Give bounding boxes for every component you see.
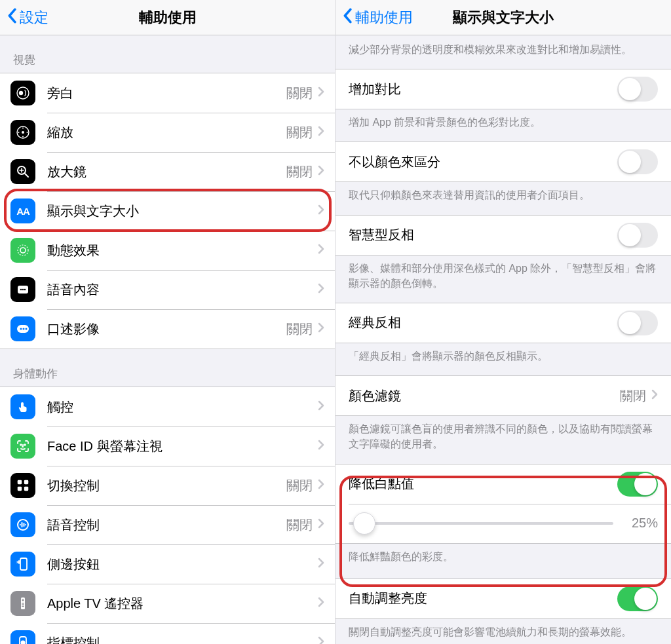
row-reduce-white-point[interactable]: 降低白點值: [336, 464, 671, 504]
nav-bar-left: 設定 輔助使用: [0, 0, 335, 35]
row-auto-brightness[interactable]: 自動調整亮度: [336, 579, 671, 618]
row-label: 經典反相: [349, 314, 617, 331]
svg-point-1: [19, 91, 23, 95]
reduce-white-point-slider-row: 25%: [336, 504, 671, 543]
svg-rect-31: [22, 606, 24, 607]
reduce-white-point-slider[interactable]: [349, 522, 613, 525]
right-scroll[interactable]: 減少部分背景的透明度和模糊效果來改進對比和增加易讀性。 增加對比 增加 App …: [336, 35, 671, 644]
row-label: 顏色濾鏡: [349, 387, 620, 405]
nav-bar-right: 輔助使用 顯示與文字大小: [336, 0, 671, 35]
touch-icon: [10, 394, 35, 419]
row-label: 語音內容: [47, 281, 318, 299]
row-smart-invert[interactable]: 智慧型反相: [336, 216, 671, 255]
row-audio-descriptions[interactable]: 口述影像 關閉: [0, 309, 335, 349]
differentiate-footer: 取代只仰賴顏色來表達替用資訊的使用者介面項目。: [336, 182, 671, 214]
chevron-right-icon: [318, 479, 324, 492]
chevron-right-icon: [651, 389, 658, 402]
row-label: 放大鏡: [47, 163, 286, 181]
svg-point-10: [20, 248, 26, 253]
voice-control-icon: [10, 512, 35, 537]
classic-invert-toggle[interactable]: [617, 311, 658, 335]
svg-rect-23: [18, 487, 22, 491]
svg-point-16: [20, 328, 22, 330]
row-detail: 關閉: [620, 387, 646, 405]
row-label: 智慧型反相: [349, 226, 617, 244]
row-voice-control[interactable]: 語音控制 關閉: [0, 505, 335, 544]
chevron-right-icon: [318, 283, 324, 296]
spoken-content-icon: [10, 277, 35, 302]
svg-point-12: [20, 289, 22, 291]
reduce-white-point-footer: 降低鮮豔顏色的彩度。: [336, 544, 671, 578]
row-label: 旁白: [47, 85, 286, 102]
row-zoom[interactable]: 縮放 關閉: [0, 113, 335, 152]
row-voiceover[interactable]: 旁白 關閉: [0, 73, 335, 113]
chevron-right-icon: [318, 518, 324, 531]
row-motion[interactable]: 動態效果: [0, 231, 335, 270]
svg-point-25: [18, 520, 28, 530]
zoom-icon: [10, 120, 35, 145]
row-spoken-content[interactable]: 語音內容: [0, 270, 335, 309]
row-increase-contrast[interactable]: 增加對比: [336, 69, 671, 109]
row-touch[interactable]: 觸控: [0, 387, 335, 426]
chevron-right-icon: [318, 440, 324, 453]
svg-rect-29: [22, 603, 24, 603]
chevron-right-icon: [318, 597, 324, 610]
reduce-white-point-toggle[interactable]: [617, 472, 658, 497]
section-header-vision: 視覺: [0, 35, 335, 73]
back-button[interactable]: 設定: [0, 8, 48, 28]
row-differentiate-without-color[interactable]: 不以顏色來區分: [336, 142, 671, 181]
switch-control-icon: [10, 473, 35, 498]
svg-rect-24: [24, 487, 28, 491]
chevron-left-icon: [7, 8, 17, 28]
row-label: 指標控制: [47, 634, 318, 645]
auto-brightness-footer: 關閉自動調整亮度可能會影響電池續航力和長期的螢幕效能。: [336, 619, 671, 639]
svg-point-20: [24, 444, 26, 445]
chevron-right-icon: [318, 400, 324, 413]
back-label: 設定: [20, 8, 48, 28]
color-filters-footer: 顏色濾鏡可讓色盲的使用者辨識不同的顏色，以及協助有閱讀螢幕文字障礙的使用者。: [336, 416, 671, 463]
chevron-right-icon: [318, 165, 324, 178]
voiceover-icon: [10, 81, 35, 105]
row-detail: 關閉: [286, 85, 313, 102]
physical-list: 觸控 Face ID 與螢幕注視 切換控制 關閉: [0, 387, 335, 644]
svg-rect-30: [22, 604, 24, 605]
row-label: 顯示與文字大小: [47, 202, 318, 220]
left-scroll[interactable]: 視覺 旁白 關閉 縮放 關閉: [0, 35, 335, 644]
svg-point-13: [22, 289, 24, 291]
svg-point-33: [22, 641, 25, 645]
row-detail: 關閉: [286, 320, 313, 338]
row-label: 增加對比: [349, 81, 617, 98]
row-color-filters[interactable]: 顏色濾鏡 關閉: [336, 376, 671, 415]
chevron-right-icon: [318, 244, 324, 257]
accessibility-panel: 設定 輔助使用 視覺 旁白 關閉 縮放 關閉: [0, 0, 336, 644]
svg-point-9: [18, 245, 28, 256]
svg-point-6: [18, 132, 20, 133]
differentiate-without-color-toggle[interactable]: [617, 149, 658, 174]
row-pointer-control[interactable]: 指標控制: [0, 623, 335, 644]
back-button[interactable]: 輔助使用: [336, 8, 413, 28]
svg-rect-22: [24, 480, 28, 484]
svg-point-5: [22, 136, 24, 138]
page-title: 輔助使用: [0, 8, 335, 28]
auto-brightness-toggle[interactable]: [617, 586, 658, 611]
row-side-button[interactable]: 側邊按鈕: [0, 544, 335, 584]
row-classic-invert[interactable]: 經典反相: [336, 303, 671, 343]
increase-contrast-toggle[interactable]: [617, 77, 658, 102]
row-switch-control[interactable]: 切換控制 關閉: [0, 466, 335, 505]
chevron-left-icon: [342, 8, 353, 28]
row-label: 切換控制: [47, 477, 286, 495]
svg-point-19: [20, 444, 22, 445]
slider-thumb[interactable]: [353, 512, 375, 535]
row-detail: 關閉: [286, 516, 313, 534]
chevron-right-icon: [318, 126, 324, 139]
row-display-text-size[interactable]: AA 顯示與文字大小: [0, 191, 335, 231]
row-label: 動態效果: [47, 242, 318, 259]
smart-invert-footer: 影像、媒體和部分使用深色樣式的 App 除外，「智慧型反相」會將顯示器的顏色倒轉…: [336, 256, 671, 303]
row-magnifier[interactable]: 放大鏡 關閉: [0, 152, 335, 191]
svg-point-14: [24, 289, 26, 291]
svg-point-4: [22, 128, 24, 129]
row-faceid[interactable]: Face ID 與螢幕注視: [0, 426, 335, 466]
row-apple-tv-remote[interactable]: Apple TV 遙控器: [0, 584, 335, 623]
svg-point-28: [22, 599, 24, 601]
smart-invert-toggle[interactable]: [617, 223, 658, 248]
